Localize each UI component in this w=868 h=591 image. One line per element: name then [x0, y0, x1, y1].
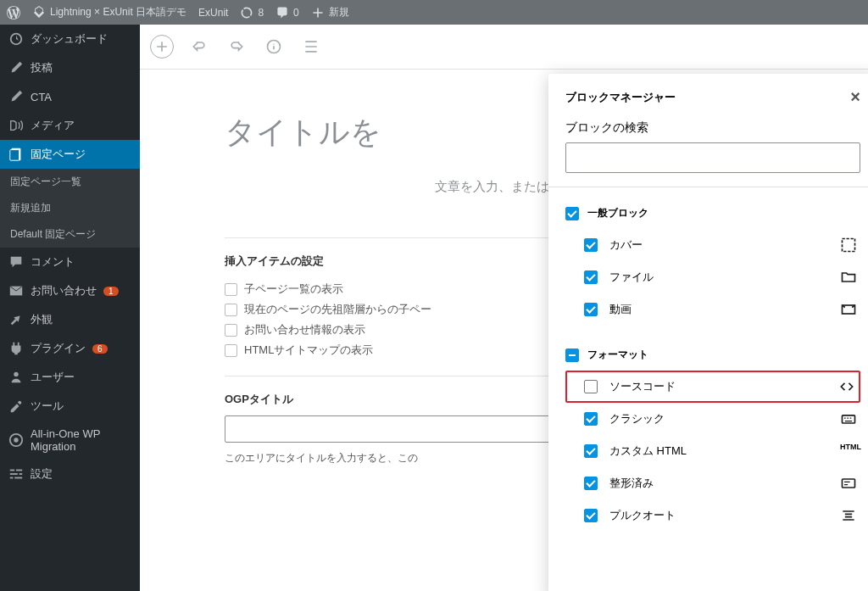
close-button[interactable]: × — [850, 87, 860, 107]
svg-rect-10 — [19, 473, 23, 475]
add-block-button[interactable] — [150, 35, 174, 59]
block-source-code[interactable]: ソースコード — [565, 371, 860, 403]
editor-content: タイトルを 文章を入力、または / で 挿入アイテムの設定 子ページ一覧の表示 … — [140, 25, 868, 591]
menu-users[interactable]: ユーザー — [0, 363, 140, 392]
site-link[interactable]: Lightning × ExUnit 日本語デモ — [32, 5, 186, 20]
file-icon — [840, 269, 857, 286]
menu-posts[interactable]: 投稿 — [0, 53, 140, 82]
menu-media[interactable]: メディア — [0, 111, 140, 140]
svg-rect-7 — [10, 470, 14, 471]
checkbox-icon[interactable] — [565, 207, 579, 220]
new-link[interactable]: 新規 — [311, 5, 349, 20]
block-pullquote[interactable]: プルクオート — [565, 499, 860, 532]
sub-pages-default[interactable]: Default 固定ページ — [0, 221, 140, 248]
keyboard-icon — [840, 410, 857, 427]
svg-rect-11 — [10, 477, 14, 479]
admin-sidebar: ダッシュボード 投稿 CTA メディア 固定ページ 固定ページ一覧 新規追加 D… — [0, 25, 140, 591]
svg-rect-2 — [10, 150, 19, 161]
block-video[interactable]: 動画 — [565, 293, 860, 326]
block-file[interactable]: ファイル — [565, 261, 860, 293]
svg-rect-9 — [10, 473, 18, 475]
menu-comments[interactable]: コメント — [0, 248, 140, 276]
menu-dashboard[interactable]: ダッシュボード — [0, 25, 140, 53]
outline-button[interactable] — [299, 35, 323, 59]
block-cover[interactable]: カバー — [565, 229, 860, 261]
svg-rect-12 — [14, 477, 22, 479]
preformatted-icon — [840, 475, 857, 492]
category-format[interactable]: フォーマット — [565, 339, 860, 371]
pullquote-icon — [840, 507, 857, 524]
menu-plugins[interactable]: プラグイン6 — [0, 334, 140, 363]
code-icon — [838, 378, 855, 395]
video-icon — [840, 301, 857, 318]
modal-title: ブロックマネージャー — [565, 90, 676, 105]
svg-rect-14 — [843, 239, 855, 252]
cover-icon — [840, 237, 857, 254]
menu-pages[interactable]: 固定ページ — [0, 140, 140, 169]
comments-link[interactable]: 0 — [275, 6, 299, 20]
svg-point-4 — [14, 372, 18, 376]
menu-cta[interactable]: CTA — [0, 82, 140, 111]
site-name: Lightning × ExUnit 日本語デモ — [50, 5, 186, 20]
comments-count: 0 — [293, 7, 299, 19]
menu-aio[interactable]: All-in-One WP Migration — [0, 421, 140, 460]
svg-point-6 — [14, 438, 18, 442]
new-label: 新規 — [329, 5, 349, 20]
menu-contact[interactable]: お問い合わせ1 — [0, 276, 140, 305]
contact-badge: 1 — [103, 287, 119, 296]
svg-rect-8 — [16, 470, 22, 471]
undo-button[interactable] — [187, 35, 211, 59]
menu-settings[interactable]: 設定 — [0, 460, 140, 488]
block-custom-html[interactable]: カスタム HTMLHTML — [565, 435, 860, 467]
info-button[interactable] — [262, 35, 286, 59]
menu-tools[interactable]: ツール — [0, 392, 140, 421]
updates-link[interactable]: 8 — [240, 6, 264, 20]
category-general[interactable]: 一般ブロック — [565, 198, 860, 229]
submenu-pages: 固定ページ一覧 新規追加 Default 固定ページ — [0, 169, 140, 248]
block-list[interactable]: 一般ブロック カバー ファイル 動画 フォーマット ソースコード クラシック カ… — [548, 187, 868, 591]
block-preformatted[interactable]: 整形済み — [565, 467, 860, 499]
block-manager-modal: ブロックマネージャー × ブロックの検索 一般ブロック カバー ファイル 動画 … — [548, 74, 868, 591]
wp-logo[interactable] — [7, 6, 20, 20]
svg-rect-16 — [843, 415, 855, 423]
admin-bar: Lightning × ExUnit 日本語デモ ExUnit 8 0 新規 — [0, 0, 868, 25]
plugins-badge: 6 — [92, 344, 108, 354]
block-search-input[interactable] — [565, 142, 860, 173]
sub-pages-new[interactable]: 新規追加 — [0, 195, 140, 221]
checkbox-indeterminate-icon[interactable] — [565, 348, 579, 362]
block-classic[interactable]: クラシック — [565, 403, 860, 435]
editor-toolbar — [140, 25, 868, 70]
exunit-link[interactable]: ExUnit — [198, 7, 228, 19]
search-label: ブロックの検索 — [565, 120, 860, 136]
html-icon: HTML — [840, 443, 857, 460]
updates-count: 8 — [258, 7, 264, 19]
redo-button[interactable] — [225, 35, 248, 59]
menu-appearance[interactable]: 外観 — [0, 305, 140, 334]
sub-pages-list[interactable]: 固定ページ一覧 — [0, 169, 140, 195]
svg-rect-17 — [843, 479, 855, 488]
